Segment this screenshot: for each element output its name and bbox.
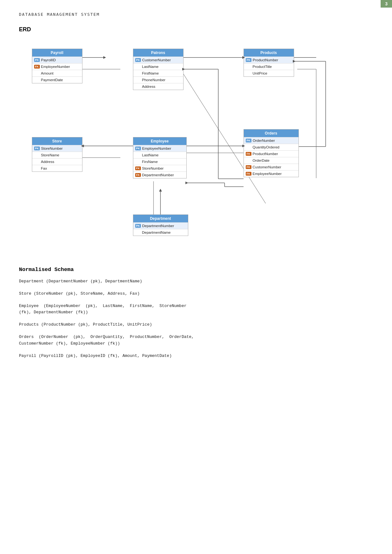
badge-fk: FK [246,165,251,169]
orders-field-employeenumber: FK EmployeeNumber [244,170,299,177]
store-field-storename: StoreName [32,152,82,158]
schema-heading: Normalised Schema [19,267,373,273]
badge-pk: PK [34,58,40,62]
products-field-unitprice: UnitPrice [244,70,294,76]
entity-patrons-header: Patrons [133,49,183,57]
schema-line-products: Products (ProductNumber (pk), ProductTit… [19,322,373,328]
entity-patrons: Patrons PK CustomerNumber LastName First… [133,49,184,90]
schema-section: Normalised Schema Department (Department… [19,267,373,359]
badge-fk: FK [246,172,251,176]
entity-products-header: Products [244,49,294,57]
badge-pk: PK [135,58,141,62]
payroll-field-paymentdate: PaymentDate [32,76,82,83]
badge-pk: PK [135,224,141,228]
employee-field-lastname: LastName [133,152,186,158]
products-field-productnumber: PK ProductNumber [244,57,294,63]
patrons-field-phonenumber: PhoneNumber [133,76,183,83]
products-field-producttitle: ProductTitle [244,63,294,70]
badge-pk: PK [34,147,40,150]
patrons-field-address: Address [133,83,183,90]
entity-department: Department PK DepartmentNumber Departmen… [133,214,188,236]
badge-pk: PK [246,58,252,62]
schema-line-department: Department (DepartmentNumber (pk), Depar… [19,278,373,285]
department-field-departmentname: DepartmentName [133,229,188,236]
entity-orders-header: Orders [244,129,299,137]
employee-field-employeenumber: PK EmployeeNumber [133,145,186,152]
employee-field-storenumber: FK StoreNumber [133,165,186,172]
orders-field-orderdate: OrderDate [244,157,299,164]
erd-canvas: Payroll PK PayrollID FK EmployeeNumber A… [22,39,370,254]
entity-store-header: Store [32,137,82,145]
entity-payroll-header: Payroll [32,49,82,57]
erd-section: ERD Payroll PK [19,26,373,254]
badge-pk: PK [246,139,252,142]
page-number: 3 [381,0,392,8]
entity-employee-header: Employee [133,137,186,145]
payroll-field-employeenumber: FK EmployeeNumber [32,63,82,70]
payroll-field-amount: Amount [32,70,82,76]
schema-line-payroll: Payroll (PayrollID (pk), EmployeeID (fk)… [19,353,373,359]
badge-pk: PK [135,147,141,150]
badge-fk: FK [34,65,40,69]
entity-store: Store PK StoreNumber StoreName Address F… [32,137,82,172]
payroll-field-payrollid: PK PayrollID [32,57,82,63]
store-field-storenumber: PK StoreNumber [32,145,82,152]
orders-field-productnumber: FK ProductNumber [244,150,299,157]
badge-fk: FK [246,152,251,156]
badge-fk: FK [135,173,141,177]
store-field-address: Address [32,158,82,165]
entity-products: Products PK ProductNumber ProductTitle U… [244,49,294,77]
doc-header: DATABASE MANAGEMENT SYSTEM [19,12,373,17]
orders-field-customernumber: FK CustomerNumber [244,164,299,170]
entity-payroll: Payroll PK PayrollID FK EmployeeNumber A… [32,49,82,83]
schema-line-employee: Employee (EmployeeNumber (pk), LastName,… [19,303,373,316]
entity-employee: Employee PK EmployeeNumber LastName Firs… [133,137,187,178]
entity-orders: Orders PK OrderNumber QuantityOrdered FK… [244,129,299,177]
orders-field-quantityordered: QuantityOrdered [244,144,299,150]
employee-field-departmentnumber: FK DepartmentNumber [133,172,186,178]
patrons-field-customernumber: PK CustomerNumber [133,57,183,63]
employee-field-firstname: FirsName [133,158,186,165]
badge-fk: FK [135,166,141,170]
store-field-fax: Fax [32,165,82,172]
patrons-field-lastname: LastName [133,63,183,70]
schema-line-orders: Orders (OrderNumber (pk), OrderQuantity,… [19,334,373,347]
schema-line-store: Store (StoreNumber (pk), StoreName, Addr… [19,291,373,297]
patrons-field-firstname: FirstName [133,70,183,76]
erd-heading: ERD [19,26,373,33]
entity-department-header: Department [133,215,188,222]
department-field-departmentnumber: PK DepartmentNumber [133,222,188,229]
orders-field-ordernumber: PK OrderNumber [244,137,299,144]
